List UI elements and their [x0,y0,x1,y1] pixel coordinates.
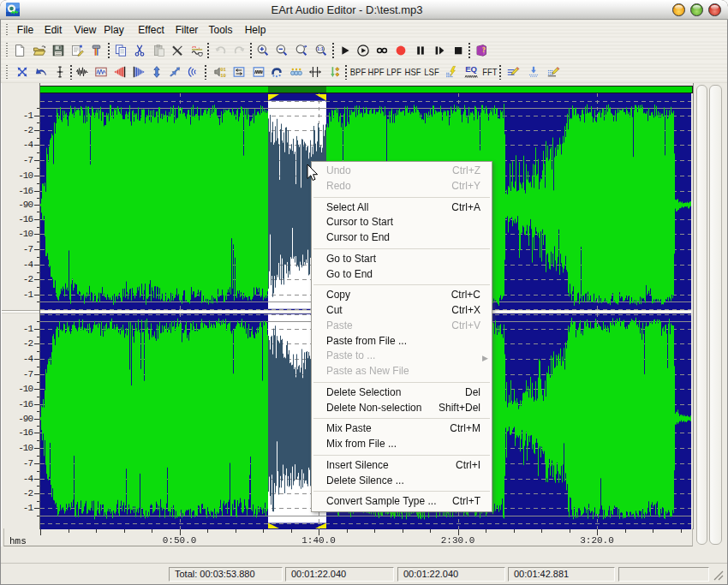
play-looped-button[interactable] [354,41,373,60]
resize-grip[interactable] [713,570,724,581]
ruler-label: -4 [23,474,33,484]
trim-wave-button[interactable] [188,41,206,60]
edit-selection-button[interactable] [544,63,563,81]
context-menu-item-mix-paste[interactable]: Mix PasteCtrl+M [312,421,492,437]
filter-lpf-button[interactable]: LPF [386,63,402,81]
context-menu-item-select-all[interactable]: Select AllCtrl+A [312,200,492,216]
file-properties-button[interactable] [68,41,87,60]
zoom-in-button[interactable] [254,41,272,60]
swap-channels-button[interactable] [230,63,248,81]
pitch-shift-icon [328,65,342,79]
vertical-scrollbar[interactable] [696,85,707,545]
menu-play[interactable]: Play [92,21,135,39]
minimize-button[interactable] [672,3,685,16]
context-menu-item-go-to-start[interactable]: Go to Start [312,252,492,267]
new-file-button[interactable] [10,41,29,60]
revert-button[interactable] [32,63,51,81]
fade-in-button[interactable] [110,63,129,81]
normalize-button[interactable] [165,63,184,81]
context-menu-item-mix-from-file[interactable]: Mix from File ... [312,437,492,452]
filter-lsf-button[interactable]: LSF [424,63,439,81]
context-menu-item-cursor-to-end[interactable]: Cursor to End [312,230,492,246]
title-bar[interactable]: EArt Audio Editor - D:\test.mp3 [0,0,728,20]
revert-icon [34,65,48,79]
play-button[interactable] [336,41,355,60]
close-button[interactable] [708,3,721,16]
maximize-button[interactable] [690,3,703,16]
echo-button[interactable] [184,63,203,81]
noise-reduction-button[interactable] [267,63,286,81]
ruler-label: -90 [18,414,33,424]
stretch-button[interactable] [306,63,325,81]
menu-help[interactable]: Help [234,21,277,39]
context-menu-item-paste-as-new-file: Paste as New File [312,364,492,379]
zoom-selection-button[interactable] [292,41,311,60]
loop-button[interactable] [373,41,391,60]
fade-out-button[interactable] [129,63,148,81]
waveform-button[interactable] [73,63,92,81]
context-menu-item-delete-silence[interactable]: Delete Silence ... [312,474,492,489]
timeline-minor-tick [291,529,292,533]
envelope-button[interactable] [92,63,110,81]
save-button[interactable] [49,41,68,60]
context-menu-item-delete-selection[interactable]: Delete SelectionDel [312,385,492,401]
cut-button[interactable] [130,41,149,60]
pause-button[interactable] [411,41,430,60]
context-menu-item-go-to-end[interactable]: Go to End [312,267,492,283]
toolbar1-gripper[interactable] [6,43,8,58]
trim-wave-icon [190,44,204,57]
open-file-button[interactable] [30,41,49,60]
invert-sample-button[interactable]: 0110 [211,63,230,81]
filter-fft-button[interactable]: FFT [482,63,498,81]
record-button[interactable] [391,41,410,60]
context-menu-item-cursor-to-start[interactable]: Cursor to Start [312,215,492,230]
timeline-label: 1:40.0 [301,535,336,546]
zoom-one-to-one-button[interactable]: 1:1 [312,41,331,60]
undo-button[interactable] [211,41,230,60]
paste-button[interactable] [150,41,169,60]
context-menu-shortcut: Ctrl+M [450,421,480,437]
stop-icon [451,44,465,57]
zoom-out-button[interactable] [272,41,291,60]
stop-button[interactable] [449,41,468,60]
free-transform-button[interactable] [13,63,32,81]
context-menu-item-delete-non-selection[interactable]: Delete Non-selectionShift+Del [312,401,492,416]
edit-lines-button[interactable] [504,63,522,81]
context-menu-item-convert-sample-type[interactable]: Convert Sample Type ...Ctrl+T [312,494,492,510]
equalizer-button[interactable]: EQ [462,63,480,81]
filter-hsf-button[interactable]: HSF [405,63,421,81]
chorus-button[interactable] [287,63,306,81]
toolbar2-gripper[interactable] [6,65,8,79]
insert-noise-button[interactable] [524,63,543,81]
noise-gate-button[interactable] [249,63,268,81]
amplify-button[interactable] [147,63,166,81]
context-menu-item-label: Mix Paste [326,421,372,437]
ruler-label: -7 [23,369,33,379]
play-from-cursor-button[interactable] [430,41,449,60]
dc-offset-button[interactable] [51,63,69,81]
context-menu-item-insert-silence[interactable]: Insert SilenceCtrl+I [312,458,492,474]
svg-text:?: ? [482,46,486,54]
copy-button[interactable] [111,41,130,60]
filter-bpf-button[interactable]: BPF [350,63,366,81]
pitch-shift-button[interactable] [325,63,344,81]
delete-icon [170,44,184,57]
vertical-zoom-track[interactable] [709,85,722,545]
filter-preview-button[interactable] [442,63,461,81]
context-menu-item-copy[interactable]: CopyCtrl+C [312,288,492,303]
filter-hpf-button[interactable]: HPF [368,63,384,81]
time-ruler[interactable]: hms 0:50.01:40.02:30.03:20.0 [3,528,693,546]
context-menu-shortcut: Ctrl+I [456,458,480,474]
context-menu-item-label: Go to Start [326,252,376,267]
context-menu-item-paste-from-file[interactable]: Paste from File ... [312,334,492,349]
redo-button[interactable] [230,41,249,60]
edit-lines-icon [506,65,520,79]
tools-button[interactable] [87,41,105,60]
chorus-icon [289,65,303,79]
context-menu-item-label: Convert Sample Type ... [326,494,437,510]
ruler-label: -2 [23,338,33,349]
context-menu-item-label: Cut [326,303,343,319]
help-button[interactable]: ? [472,41,491,60]
context-menu-item-cut[interactable]: CutCtrl+X [312,303,492,319]
delete-button[interactable] [168,41,187,60]
